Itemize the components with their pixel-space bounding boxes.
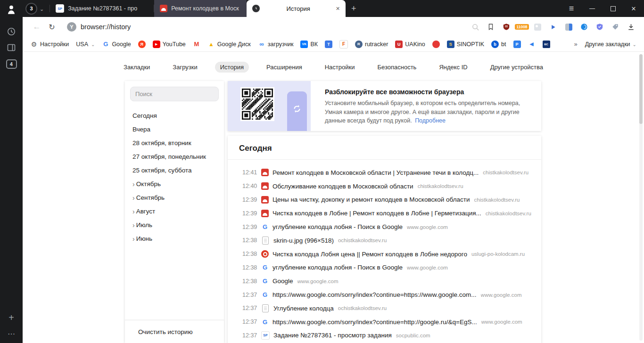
- promo-more-link[interactable]: Подробнее: [415, 117, 446, 124]
- other-bookmarks-button[interactable]: Другие закладки: [585, 41, 636, 48]
- close-tab-icon[interactable]: [333, 5, 340, 12]
- bookmark-flag-icon[interactable]: [486, 22, 495, 32]
- visit-title[interactable]: углубление колодца лобня - Поиск в Googl…: [272, 223, 403, 230]
- bookmarks-overflow-icon[interactable]: »: [567, 41, 585, 48]
- history-row[interactable]: 12:38skrin-u.jpg (996×518)ochistkakolodt…: [228, 234, 541, 247]
- price-tag-icon[interactable]: [611, 22, 620, 32]
- tab-counter-badge[interactable]: 4: [0, 59, 23, 69]
- visit-title[interactable]: углубление колодца лобня - Поиск в Googl…: [272, 264, 403, 271]
- minimize-icon[interactable]: [582, 0, 603, 17]
- bookmark-Google Диск[interactable]: Google Диск: [207, 41, 251, 48]
- bookmark-translate[interactable]: [325, 41, 332, 48]
- bookmark-ВК[interactable]: ВК: [300, 41, 318, 48]
- nav-tab-4[interactable]: Настройки: [320, 62, 360, 73]
- history-row[interactable]: 12:38углубление колодца лобня - Поиск в …: [228, 261, 541, 275]
- month-group-item[interactable]: Август: [125, 204, 224, 218]
- back-icon[interactable]: [29, 19, 44, 35]
- visit-title[interactable]: Цены на чистку, докопку и ремонт колодце…: [272, 196, 470, 203]
- visit-title[interactable]: Чистка колодца Лобня цена || Ремонт коло…: [272, 251, 467, 258]
- history-row[interactable]: 12:37https://www.google.com/sorry/index?…: [228, 315, 541, 329]
- visit-title[interactable]: Задание №2787361 - просмотр задания: [273, 332, 392, 339]
- history-row[interactable]: 12:39Цены на чистку, докопку и ремонт ко…: [228, 193, 541, 207]
- nav-tab-1[interactable]: Загрузки: [167, 62, 202, 73]
- clear-history-button[interactable]: Очистить историю: [125, 320, 224, 343]
- ublock-icon[interactable]: [502, 22, 511, 32]
- ad-counter-badge[interactable]: 11008: [517, 22, 527, 32]
- bookmark-yandex[interactable]: [138, 41, 146, 48]
- search-input[interactable]: [130, 87, 219, 101]
- visit-title[interactable]: Углубление колодца: [273, 305, 334, 312]
- history-row[interactable]: 12:38Googlewww.google.com: [228, 274, 541, 288]
- bookmark-UAKino[interactable]: UAKino: [395, 41, 425, 48]
- bookmark-rutracker[interactable]: rutracker: [355, 41, 388, 48]
- scrollbar-track[interactable]: [639, 54, 643, 341]
- history-row[interactable]: 12:40Обслуживание колодцев в Московской …: [228, 180, 541, 193]
- history-row[interactable]: 12:37https://www.google.com/sorry/index?…: [228, 288, 541, 302]
- date-item[interactable]: Сегодня: [125, 109, 224, 122]
- nav-tab-0[interactable]: Закладки: [118, 62, 155, 73]
- history-row[interactable]: 12:41Ремонт колодцев в Московской област…: [228, 166, 541, 180]
- scrollbar-thumb[interactable]: [639, 54, 643, 124]
- history-row[interactable]: 12:37Углубление колодцаochistkakolodtsev…: [228, 302, 541, 315]
- reload-icon[interactable]: [44, 19, 59, 35]
- bookmark-bt[interactable]: bt: [491, 41, 506, 48]
- protect-shield-icon[interactable]: [595, 22, 604, 32]
- find-on-page-icon[interactable]: [471, 22, 480, 32]
- maximize-icon[interactable]: [603, 0, 623, 17]
- visit-title[interactable]: Чистка колодцев в Лобне | Ремонт колодце…: [272, 210, 481, 217]
- history-row[interactable]: 12:37Задание №2787361 - просмотр задания…: [228, 329, 541, 343]
- date-item[interactable]: 28 октября, вторник: [125, 136, 224, 150]
- close-window-icon[interactable]: [623, 0, 644, 17]
- month-group-item[interactable]: Июль: [125, 218, 224, 232]
- bookmark-Настройки[interactable]: Настройки: [30, 41, 69, 48]
- bookmark-gmail[interactable]: [193, 41, 200, 48]
- sidebar-add-icon[interactable]: [0, 312, 23, 323]
- tab-history-active[interactable]: История: [247, 0, 346, 17]
- url-text[interactable]: browser://history: [81, 23, 131, 31]
- history-row[interactable]: 12:39углубление колодца лобня - Поиск в …: [228, 220, 541, 234]
- menu-icon[interactable]: [561, 0, 582, 17]
- history-clock-icon[interactable]: [0, 27, 23, 36]
- nav-tab-7[interactable]: Другие устройства: [485, 62, 548, 73]
- bookmark-Google[interactable]: Google: [102, 41, 131, 48]
- month-group-item[interactable]: Июнь: [125, 232, 224, 245]
- yandex-profile-icon[interactable]: [0, 3, 23, 16]
- month-group-item[interactable]: Сентябрь: [125, 191, 224, 204]
- tab-zadanie[interactable]: Задание №2787361 - про: [50, 0, 154, 17]
- visit-title[interactable]: Обслуживание колодцев в Московской облас…: [272, 183, 413, 190]
- history-row[interactable]: 12:39Чистка колодцев в Лобне | Ремонт ко…: [228, 206, 541, 220]
- bookmark-reddot[interactable]: [432, 41, 440, 48]
- history-row[interactable]: 12:38Чистка колодца Лобня цена || Ремонт…: [228, 247, 541, 261]
- visit-title[interactable]: skrin-u.jpg (996×518): [273, 237, 334, 244]
- tab-group-button[interactable]: 3: [23, 0, 50, 17]
- tab-remont[interactable]: Ремонт колодцев в Моск: [154, 0, 247, 17]
- nav-tab-3[interactable]: Расширения: [261, 62, 307, 73]
- nav-tab-6[interactable]: Яндекс ID: [434, 62, 472, 73]
- bookmark-arrow[interactable]: [528, 41, 536, 48]
- bookmark-f[interactable]: [339, 40, 348, 49]
- visit-title[interactable]: https://www.google.com/sorry/index?conti…: [272, 318, 477, 326]
- screenshot-extension-icon[interactable]: [533, 22, 542, 32]
- bookmark-загрузчик[interactable]: загрузчик: [258, 41, 294, 48]
- side-panels-icon[interactable]: [0, 43, 23, 52]
- nav-tab-5[interactable]: Безопасность: [372, 62, 421, 73]
- bookmark-p[interactable]: [513, 41, 521, 48]
- visit-title[interactable]: https://www.google.com/sorry/index?conti…: [272, 291, 477, 298]
- visit-title[interactable]: Google: [272, 278, 293, 285]
- nav-tab-2[interactable]: История: [215, 62, 249, 73]
- date-item[interactable]: 25 октября, суббота: [125, 163, 224, 177]
- bookmark-USA[interactable]: USA: [76, 41, 95, 48]
- site-identity-icon[interactable]: Y: [67, 22, 76, 32]
- translator-extension-icon[interactable]: [564, 22, 573, 32]
- sidebar-more-icon[interactable]: [0, 329, 23, 338]
- month-group-item[interactable]: Октябрь: [125, 177, 224, 191]
- bookmark-SINOPTIK[interactable]: SINOPTIK: [447, 41, 484, 48]
- yandex-disk-icon[interactable]: [579, 22, 589, 32]
- bookmark-bc[interactable]: [543, 41, 550, 48]
- bookmark-YouTube[interactable]: YouTube: [153, 41, 186, 48]
- date-item[interactable]: Вчера: [125, 122, 224, 136]
- collections-extension-icon[interactable]: [548, 22, 558, 32]
- downloads-icon[interactable]: [626, 22, 636, 32]
- new-tab-button[interactable]: [346, 0, 362, 17]
- visit-title[interactable]: Ремонт колодцев в Московской области | У…: [272, 169, 479, 176]
